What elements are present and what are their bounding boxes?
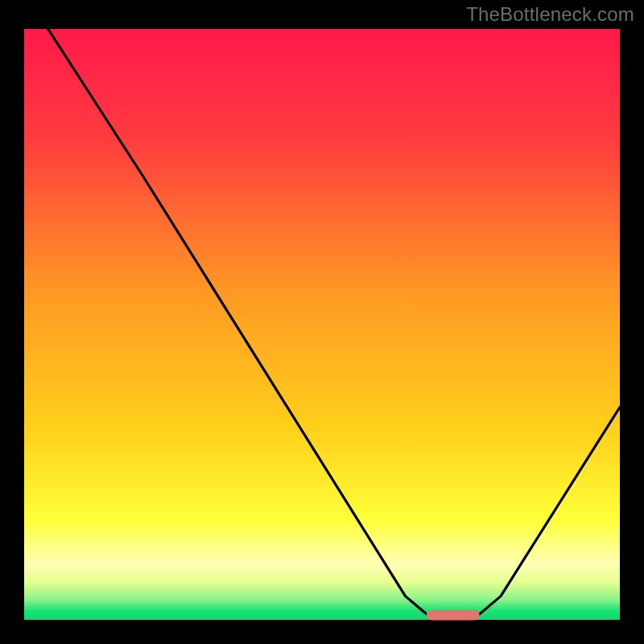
chart-container: TheBottleneck.com (0, 0, 644, 644)
plot-area (24, 29, 620, 620)
attribution-text: TheBottleneck.com (466, 3, 634, 26)
optimal-marker (427, 610, 481, 621)
bottleneck-curve (24, 29, 620, 620)
